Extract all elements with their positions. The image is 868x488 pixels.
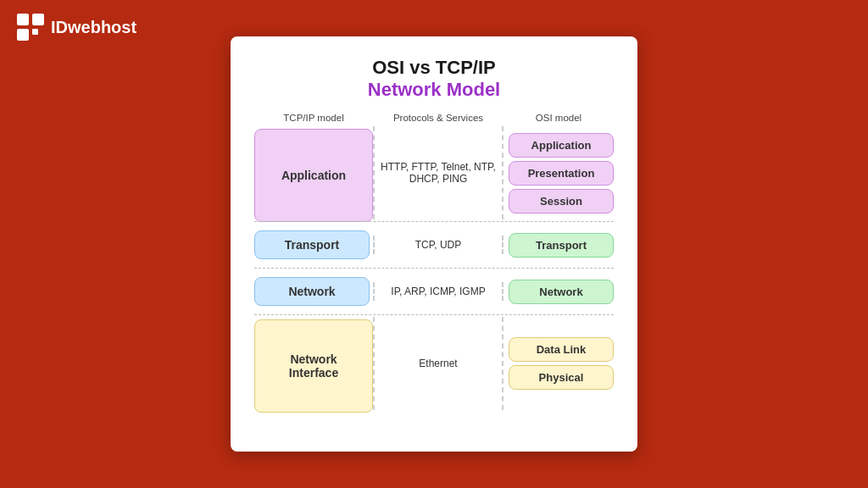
tcpip-netinterface-box: NetworkInterface [254,319,373,413]
osi-netinterface-col: Data Link Physical [504,317,614,410]
col-header-osi: OSI model [504,113,614,123]
svg-rect-2 [17,29,29,41]
title-line2: Network Model [254,79,614,101]
transport-row: Transport TCP, UDP Transport [254,224,614,266]
svg-rect-1 [32,14,44,25]
diagram: Application HTTP, FTTP, Telnet, NTP, DHC… [254,126,614,410]
logo-text: IDwebhost [51,18,136,37]
col-header-tcpip: TCP/IP model [254,113,373,123]
osi-application-col: Application Presentation Session [504,126,614,219]
separator-2 [254,268,614,269]
card-title: OSI vs TCP/IP Network Model [254,57,614,101]
osi-network-box: Network [509,280,614,304]
osi-transport-box: Transport [509,233,614,258]
col-header-protocols: Protocols & Services [373,113,504,123]
tcpip-network-box: Network [254,277,370,306]
netinterface-row: NetworkInterface Ethernet Data Link Phys… [254,317,614,410]
osi-network-col: Network [504,277,614,307]
osi-presentation-box: Presentation [509,161,614,186]
osi-application-box: Application [509,133,614,158]
osi-datalink-box: Data Link [509,337,614,362]
network-row: Network IP, ARP, ICMP, IGMP Network [254,270,614,313]
osi-transport-col: Transport [504,230,614,260]
application-row: Application HTTP, FTTP, Telnet, NTP, DHC… [254,126,614,219]
protocols-transport: TCP, UDP [373,236,504,254]
separator-1 [254,221,614,222]
main-card: OSI vs TCP/IP Network Model TCP/IP model… [231,36,637,452]
separator-3 [254,314,614,315]
svg-rect-0 [17,14,29,25]
title-line1: OSI vs TCP/IP [254,57,614,79]
column-headers: TCP/IP model Protocols & Services OSI mo… [254,113,614,123]
protocols-netinterface: Ethernet [373,317,504,410]
osi-session-box: Session [509,189,614,214]
logo-icon [17,14,44,41]
osi-physical-box: Physical [509,365,614,390]
svg-rect-3 [32,29,38,35]
protocols-application: HTTP, FTTP, Telnet, NTP, DHCP, PING [373,126,504,219]
tcpip-application-box: Application [254,129,373,222]
protocols-network: IP, ARP, ICMP, IGMP [373,282,504,301]
logo-area: IDwebhost [17,14,136,41]
tcpip-transport-box: Transport [254,230,370,259]
